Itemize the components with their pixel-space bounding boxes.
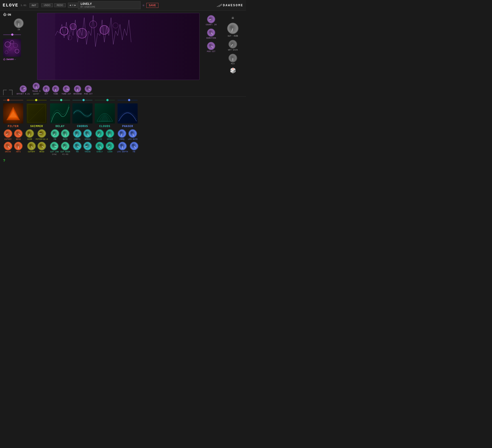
separator [0,97,246,97]
pos-jit-knob[interactable] [207,42,215,50]
delay-rate-knob[interactable] [61,129,70,138]
top-section: ⏻ ON IN [0,11,246,82]
delay-cut-high-knob[interactable] [61,142,70,150]
filter-label: FILTER [8,125,19,128]
in-knob[interactable] [14,18,24,28]
chorus-slider[interactable] [72,99,92,101]
filter-thumbnail[interactable] [3,103,23,123]
filter-cutoff-knob[interactable] [4,129,12,138]
swarm-thumbnail[interactable] [3,39,21,57]
top-bar: ELOVE 1.01 INIT UNDO REDO ◀ ≡ ▶ LOVELY B… [0,0,246,11]
prev-preset-icon[interactable]: ◀ [70,4,71,7]
init-button[interactable]: INIT [30,3,38,8]
redo-button[interactable]: REDO [54,3,66,7]
clouds-lush-label: LUSH [107,151,113,153]
oct-knob[interactable] [43,85,50,92]
shimmer-pitch-label: PITCH+12.0 [36,138,48,140]
waveform-panel[interactable] [37,13,200,80]
phaser-fb-knob[interactable] [130,142,138,150]
shimmer-cutoff-knob[interactable] [27,142,36,150]
delay-knobs-row1: FB RATE [51,129,70,140]
shimmer-slider[interactable] [27,99,47,101]
save-button[interactable]: SAVE [146,3,158,8]
filter-knobs-row1: CUTOFF RESO [4,129,22,140]
mix-label: MIX [231,63,235,65]
chorus-fb-knob[interactable] [73,142,82,150]
on-toggle[interactable]: ⏻ ON [3,13,34,17]
swarm-power-icon[interactable]: ⏻ [3,58,5,61]
skull-icon[interactable]: ☠ [232,15,234,20]
pan-jit-knob[interactable] [85,85,92,92]
clouds-size-label: SIZE [97,138,102,140]
help-button[interactable]: ? [3,159,5,163]
in-slider[interactable] [3,33,21,36]
clouds-early-knob[interactable] [95,142,104,150]
shimmer-pitch-knob[interactable] [38,129,46,138]
clouds-size-knob-container: SIZE [95,129,104,140]
chorus-thumbnail[interactable] [72,103,92,123]
db-label: -6dB [233,35,238,37]
filter-slider[interactable] [3,99,23,101]
bracket-right [9,90,12,95]
out-knob[interactable] [227,23,238,34]
on-label: ON [8,13,11,17]
offset-knob[interactable] [20,85,27,92]
preset-nav: ◀ ≡ ▶ [68,3,78,8]
power-icon[interactable]: ⏻ [3,13,6,17]
shimmer-knobs-row2: CUTOFF RESO [27,142,46,153]
delay-fb-knob[interactable] [51,129,59,138]
clouds-space-knob[interactable] [106,129,114,138]
chorus-speed-knob[interactable] [83,129,92,138]
phaser-lfo-rate-knob[interactable] [128,129,137,138]
chorus-thick-knob[interactable] [83,142,92,150]
shimmer-size-knob[interactable] [25,129,34,138]
preset-list-icon[interactable]: ≡ [72,4,73,7]
mix-knob[interactable] [229,54,237,62]
filter-anti-knob[interactable] [14,142,22,150]
clouds-slider[interactable] [95,99,115,101]
filter-cutoff-label: CUTOFF [4,138,12,140]
chorus-knobs-row2: FB THICK [73,142,92,153]
dice-icon[interactable]: 🎲 [230,68,236,74]
count-knob[interactable] [207,15,215,23]
tune-knob[interactable] [52,85,59,92]
delay-fb-knob-container: FB [51,129,59,140]
clouds-lush-knob-container: LUSH [106,142,114,153]
delay-rate-label: RATE [63,138,68,140]
phaser-freq-knob[interactable] [118,129,126,138]
reverse-knob[interactable] [74,85,81,92]
phaser-thumbnail[interactable] [118,103,138,123]
wet-gain-knob[interactable] [229,40,237,49]
chorus-depth-knob[interactable] [73,129,82,138]
duration-knob[interactable] [207,29,215,37]
in-label: IN [18,29,20,31]
shimmer-thumbnail[interactable] [27,103,47,123]
clouds-thumbnail[interactable] [95,103,115,123]
phaser-fb-knob-container: FB [130,142,138,153]
next-preset-icon[interactable]: ▶ [74,4,76,7]
filter-reso-knob[interactable] [14,129,22,138]
phaser-slider[interactable] [118,99,138,101]
shimmer-knobs-row1: SIZE PITCH+12.0 [25,129,48,140]
shimmer-block: SHIMMER SIZE PITCH+12.0 CUTOFF RESO [25,99,48,156]
phaser-lfo-depth-knob[interactable] [118,142,127,150]
status-bar: ? [0,158,246,164]
app-version: 1.01 [20,4,26,7]
undo-button[interactable]: UNDO [41,3,53,7]
atom-icon[interactable]: ⚛ [142,3,144,8]
tune-jit-knob[interactable] [63,85,70,92]
trans-knob[interactable] [33,83,40,90]
clouds-lush-knob[interactable] [106,142,114,150]
delay-thumbnail[interactable] [50,103,70,123]
wet-gain-label: WET GAIN [228,49,237,51]
brand-slash-icon [217,4,222,7]
filter-drive-knob[interactable] [4,142,12,150]
clouds-size-knob[interactable] [95,129,104,138]
delay-slider[interactable] [50,99,70,101]
delay-cut-low-knob[interactable] [50,142,59,150]
filter-cutoff-knob-container: CUTOFF [4,129,12,140]
shimmer-reso-knob[interactable] [38,142,46,150]
oct-knob-container: OCT [43,85,50,95]
chorus-depth-label: DEPTH [74,138,81,140]
chorus-knobs-row1: DEPTH SPEED [73,129,92,140]
